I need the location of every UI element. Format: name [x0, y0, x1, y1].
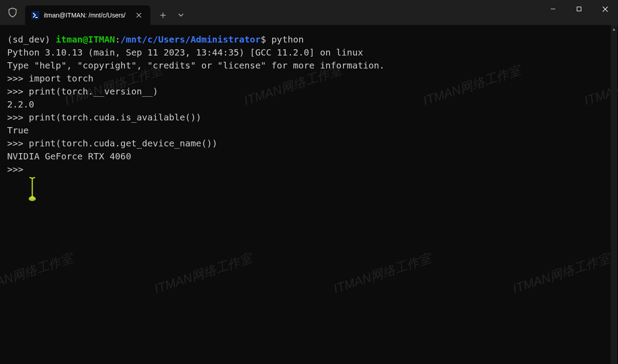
text-cursor-icon: [28, 176, 37, 206]
prompt-path: /mnt/c/Users/Administrator: [120, 34, 261, 45]
tab-dropdown-button[interactable]: [173, 5, 189, 25]
prompt-user-host: itman@ITMAN: [56, 34, 115, 45]
svg-rect-5: [577, 7, 581, 11]
output-line: 2.2.0: [7, 98, 611, 111]
output-line: NVIDIA GeForce RTX 4060: [7, 150, 611, 163]
output-line: >>> print(torch.__version__): [7, 85, 611, 98]
tab-title: itman@ITMAN: /mnt/c/Users/: [44, 12, 130, 19]
maximize-button[interactable]: [566, 0, 592, 18]
titlebar: itman@ITMAN: /mnt/c/Users/: [0, 0, 618, 25]
prompt-dollar: $: [261, 34, 266, 45]
close-tab-button[interactable]: [133, 10, 144, 21]
close-window-button[interactable]: [592, 0, 618, 18]
scrollbar-up-icon[interactable]: ▲: [611, 25, 617, 33]
output-line: >>>: [7, 163, 611, 176]
window-controls: [540, 0, 618, 18]
svg-point-10: [30, 196, 34, 199]
powershell-icon: [31, 11, 39, 19]
minimize-button[interactable]: [540, 0, 566, 18]
output-line: >>> import torch: [7, 72, 611, 85]
active-tab[interactable]: itman@ITMAN: /mnt/c/Users/: [25, 5, 150, 25]
scrollbar[interactable]: ▲: [611, 25, 617, 364]
svg-point-9: [29, 197, 36, 201]
watermark: ITMAN网络工作室: [0, 252, 74, 295]
watermark: ITMAN网络工作室: [511, 252, 612, 295]
prompt-env: (sd_dev): [7, 34, 50, 45]
output-line: >>> print(torch.cuda.get_device_name()): [7, 137, 611, 150]
new-tab-button[interactable]: [153, 5, 173, 25]
shield-icon: [0, 8, 25, 17]
output-line: >>> print(torch.cuda.is_available()): [7, 111, 611, 124]
terminal-content[interactable]: (sd_dev) itman@ITMAN:/mnt/c/Users/Admini…: [0, 25, 618, 364]
watermark: ITMAN网络工作室: [332, 252, 433, 295]
watermark: ITMAN网络工作室: [153, 252, 253, 295]
output-line: Python 3.10.13 (main, Sep 11 2023, 13:44…: [7, 46, 611, 59]
output-line: Type "help", "copyright", "credits" or "…: [7, 59, 611, 72]
prompt-command: python: [271, 34, 304, 45]
output-line: True: [7, 124, 611, 137]
prompt-line: (sd_dev) itman@ITMAN:/mnt/c/Users/Admini…: [7, 33, 611, 46]
